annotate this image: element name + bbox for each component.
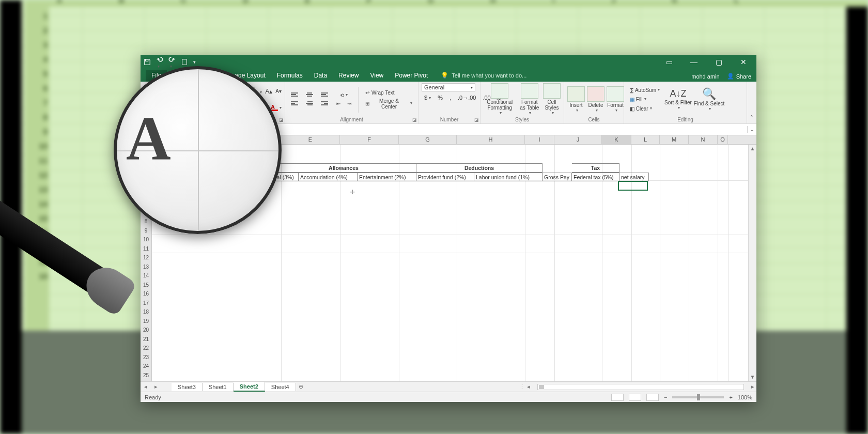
row-header-25[interactable]: 25 — [141, 371, 151, 380]
maximize-button[interactable]: ▢ — [709, 58, 729, 66]
expand-formula-bar-button[interactable]: ⌄ — [747, 126, 756, 133]
row-header-22[interactable]: 22 — [141, 344, 151, 353]
number-dialog-launcher[interactable]: ◪ — [474, 117, 479, 122]
new-sheet-button[interactable]: ⊕ — [296, 383, 306, 390]
col-header-J[interactable]: J — [554, 135, 602, 144]
increase-indent-button[interactable]: ⇥ — [345, 100, 354, 107]
col-header-E[interactable]: E — [281, 135, 340, 144]
font-dialog-launcher[interactable]: ◪ — [279, 117, 284, 122]
row-header-20[interactable]: 20 — [141, 326, 151, 335]
tab-review[interactable]: Review — [333, 70, 364, 82]
align-center-button[interactable] — [303, 100, 317, 108]
row-header-17[interactable]: 17 — [141, 299, 151, 308]
accounting-format-button[interactable]: $ — [422, 94, 433, 102]
percent-style-button[interactable]: % — [435, 94, 445, 102]
merge-center-button[interactable]: ⊞ Merge & Center — [363, 97, 415, 111]
fill-button[interactable]: ▦ Fill — [627, 96, 649, 103]
conditional-formatting-button[interactable]: Conditional Formatting — [484, 83, 516, 116]
align-bottom-button[interactable] — [318, 91, 332, 99]
increase-font-size-button[interactable]: A▴ — [265, 88, 272, 95]
wrap-text-button[interactable]: ↩ Wrap Text — [363, 89, 397, 97]
row-header-24[interactable]: 24 — [141, 362, 151, 371]
col-header-L[interactable]: L — [631, 135, 660, 144]
zoom-level[interactable]: 100% — [738, 394, 752, 400]
tab-scroll-left-button[interactable]: ◂ — [141, 383, 151, 390]
align-right-button[interactable] — [318, 100, 332, 108]
touch-mode-icon[interactable] — [181, 58, 188, 66]
font-color-button[interactable]: A — [271, 104, 282, 111]
delete-cells-button[interactable]: Delete — [587, 86, 605, 113]
row-header-14[interactable]: 14 — [141, 271, 151, 281]
autosum-button[interactable]: ∑ AutoSum — [627, 86, 662, 94]
scroll-down-button[interactable]: ▼ — [749, 373, 756, 381]
col-header-M[interactable]: M — [660, 135, 689, 144]
align-middle-button[interactable] — [303, 91, 317, 99]
sheet-tab-sheet1[interactable]: Sheet1 — [203, 383, 234, 391]
vertical-scrollbar[interactable]: ▲ ▼ — [748, 145, 756, 381]
sheet-tab-sheet2[interactable]: Sheet2 — [234, 382, 265, 392]
cell-styles-button[interactable]: Cell Styles — [543, 83, 561, 116]
view-page-break-button[interactable] — [646, 394, 659, 401]
qat-customize-icon[interactable]: ▾ — [193, 59, 196, 65]
tab-data[interactable]: Data — [308, 70, 333, 82]
col-header-H[interactable]: H — [457, 135, 525, 144]
view-normal-button[interactable] — [611, 394, 624, 401]
format-as-table-button[interactable]: Format as Table — [518, 83, 541, 116]
row-header-18[interactable]: 18 — [141, 307, 151, 317]
row-header-16[interactable]: 16 — [141, 289, 151, 299]
number-format-select[interactable]: General ▾ — [422, 83, 475, 91]
zoom-slider[interactable] — [672, 396, 724, 398]
row-header-10[interactable]: 10 — [141, 235, 151, 244]
ribbon-display-options-icon[interactable]: ▭ — [659, 58, 679, 66]
row-header-15[interactable]: 15 — [141, 281, 151, 290]
col-header-N[interactable]: N — [689, 135, 718, 144]
zoom-out-button[interactable]: − — [664, 394, 667, 400]
format-cells-button[interactable]: Format — [607, 86, 624, 113]
redo-icon[interactable] — [168, 55, 176, 69]
undo-icon[interactable] — [156, 55, 163, 69]
find-select-button[interactable]: 🔍 Find & Select — [694, 88, 724, 112]
clear-button[interactable]: ◧ Clear — [627, 105, 655, 113]
col-header-K[interactable]: K — [602, 135, 631, 144]
orientation-button[interactable]: ⟲ — [337, 91, 350, 99]
view-page-layout-button[interactable] — [629, 394, 641, 401]
tab-view[interactable]: View — [364, 70, 389, 82]
align-top-button[interactable] — [288, 91, 302, 99]
signed-in-user[interactable]: mohd amin — [691, 73, 719, 80]
align-left-button[interactable] — [288, 100, 302, 108]
col-header-G[interactable]: G — [399, 135, 457, 144]
save-icon[interactable] — [144, 58, 151, 66]
decrease-indent-button[interactable]: ⇤ — [334, 100, 343, 107]
col-header-F[interactable]: F — [340, 135, 399, 144]
row-header-12[interactable]: 12 — [141, 253, 151, 262]
row-header-21[interactable]: 21 — [141, 335, 151, 344]
increase-decimal-button[interactable]: .0→.00 — [455, 94, 478, 102]
row-header-13[interactable]: 13 — [141, 262, 151, 272]
col-header-O[interactable]: O — [718, 135, 728, 144]
tab-scroll-right-button[interactable]: ▸ — [151, 383, 161, 390]
minimize-button[interactable]: — — [684, 58, 704, 66]
hscroll-left-button[interactable]: ◂ — [525, 383, 532, 390]
zoom-in-button[interactable]: + — [729, 394, 732, 400]
scroll-up-button[interactable]: ▲ — [749, 145, 756, 153]
insert-cells-button[interactable]: Insert — [567, 86, 585, 113]
share-button[interactable]: 👤 Share — [727, 73, 751, 80]
row-header-9[interactable]: 9 — [141, 226, 151, 236]
row-header-23[interactable]: 23 — [141, 353, 151, 362]
tab-formulas[interactable]: Formulas — [271, 70, 308, 82]
row-header-11[interactable]: 11 — [141, 244, 151, 254]
alignment-dialog-launcher[interactable]: ◪ — [412, 117, 417, 122]
col-header-I[interactable]: I — [525, 135, 554, 144]
sheet-tab-sheet3[interactable]: Sheet3 — [172, 383, 203, 391]
row-header-19[interactable]: 19 — [141, 317, 151, 326]
decrease-font-size-button[interactable]: A▾ — [275, 88, 282, 94]
horizontal-scrollbar[interactable] — [537, 384, 744, 390]
sort-filter-button[interactable]: A↓Z Sort & Filter — [664, 89, 692, 111]
tab-split-handle[interactable]: ⋮ — [519, 383, 525, 390]
hscroll-right-button[interactable]: ▸ — [749, 383, 756, 390]
comma-style-button[interactable]: , — [447, 94, 454, 102]
close-button[interactable]: ✕ — [734, 58, 753, 66]
tab-power pivot[interactable]: Power Pivot — [389, 70, 433, 82]
sheet-tab-sheet4[interactable]: Sheet4 — [265, 383, 296, 391]
tell-me-search[interactable]: 💡 Tell me what you want to do... — [441, 72, 526, 82]
